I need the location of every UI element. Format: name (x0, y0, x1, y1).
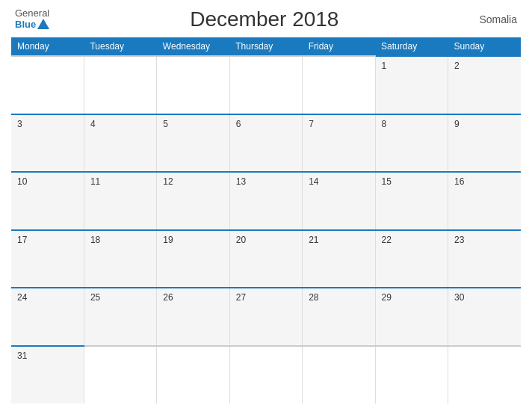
day-cell: 26 (157, 288, 229, 346)
calendar-page: General Blue December 2018 Somalia Monda… (0, 0, 532, 411)
day-cell (84, 346, 156, 404)
day-cell: 17 (11, 230, 84, 288)
day-cell: 28 (303, 288, 375, 346)
day-number: 20 (236, 235, 246, 245)
day-cell: 12 (157, 172, 229, 230)
day-cell: 2 (448, 56, 521, 114)
day-number: 8 (382, 119, 387, 129)
week-row-3: 10111213141516 (11, 172, 521, 230)
day-cell: 19 (157, 230, 229, 288)
day-number: 6 (236, 119, 241, 129)
day-cell: 13 (229, 172, 302, 230)
week-row-4: 17181920212223 (11, 230, 521, 288)
day-number: 9 (454, 119, 460, 129)
day-cell: 9 (448, 114, 521, 173)
day-cell (157, 346, 229, 404)
day-number: 25 (90, 292, 100, 303)
day-number: 12 (163, 176, 173, 187)
logo-general-text: General (15, 8, 49, 19)
day-cell: 14 (303, 172, 375, 230)
header-thursday: Thursday (229, 37, 302, 56)
day-number: 4 (90, 119, 96, 129)
day-cell: 7 (303, 114, 375, 173)
day-number: 30 (454, 292, 464, 303)
logo: General Blue (15, 8, 49, 31)
day-number: 29 (382, 292, 392, 303)
week-row-5: 24252627282930 (11, 288, 521, 346)
logo-blue-text: Blue (15, 19, 36, 30)
day-cell: 5 (157, 114, 229, 173)
day-number: 21 (309, 235, 318, 245)
day-number: 27 (236, 292, 246, 303)
country-label: Somalia (479, 13, 517, 25)
day-number: 14 (309, 176, 318, 187)
day-cell (448, 346, 521, 404)
day-cell: 16 (448, 172, 521, 230)
calendar-title: December 2018 (190, 7, 338, 31)
day-cell: 15 (375, 172, 448, 230)
day-cell: 27 (229, 288, 302, 346)
calendar-header: General Blue December 2018 Somalia (11, 7, 521, 31)
day-number: 13 (236, 176, 246, 187)
week-row-2: 3456789 (11, 114, 521, 173)
day-cell: 31 (11, 346, 84, 404)
day-number: 19 (163, 235, 173, 245)
day-number: 10 (17, 176, 27, 187)
week-row-6: 31 (11, 346, 521, 404)
day-number: 5 (163, 119, 168, 129)
weekday-header-row: Monday Tuesday Wednesday Thursday Friday… (11, 37, 521, 56)
day-cell (303, 346, 375, 404)
header-saturday: Saturday (375, 37, 448, 56)
day-cell (157, 56, 229, 114)
day-number: 26 (163, 292, 173, 303)
calendar-table: Monday Tuesday Wednesday Thursday Friday… (11, 37, 521, 404)
day-cell: 22 (375, 230, 448, 288)
header-friday: Friday (303, 37, 375, 56)
day-cell: 11 (84, 172, 156, 230)
day-number: 17 (17, 235, 27, 245)
day-cell: 21 (303, 230, 375, 288)
day-number: 18 (90, 235, 100, 245)
day-number: 3 (17, 119, 22, 129)
day-number: 24 (17, 292, 27, 303)
day-cell (11, 56, 84, 114)
day-number: 16 (454, 176, 464, 187)
day-number: 31 (17, 350, 27, 361)
day-cell (84, 56, 156, 114)
day-cell: 6 (229, 114, 302, 173)
day-cell: 3 (11, 114, 84, 173)
day-number: 2 (454, 61, 460, 71)
day-cell (229, 56, 302, 114)
header-sunday: Sunday (448, 37, 521, 56)
logo-triangle-icon (37, 19, 49, 29)
week-row-1: 12 (11, 56, 521, 114)
header-monday: Monday (11, 37, 84, 56)
day-number: 11 (90, 176, 100, 187)
day-number: 1 (382, 61, 387, 71)
day-cell (375, 346, 448, 404)
day-number: 7 (309, 119, 314, 129)
day-cell (229, 346, 302, 404)
day-cell: 18 (84, 230, 156, 288)
day-cell: 29 (375, 288, 448, 346)
day-cell: 25 (84, 288, 156, 346)
day-number: 15 (382, 176, 392, 187)
day-cell: 4 (84, 114, 156, 173)
day-number: 28 (309, 292, 318, 303)
day-cell (303, 56, 375, 114)
day-cell: 10 (11, 172, 84, 230)
header-wednesday: Wednesday (157, 37, 229, 56)
header-tuesday: Tuesday (84, 37, 156, 56)
day-cell: 20 (229, 230, 302, 288)
day-number: 23 (454, 235, 464, 245)
day-cell: 23 (448, 230, 521, 288)
day-cell: 30 (448, 288, 521, 346)
day-number: 22 (382, 235, 392, 245)
day-cell: 24 (11, 288, 84, 346)
day-cell: 8 (375, 114, 448, 173)
day-cell: 1 (375, 56, 448, 114)
